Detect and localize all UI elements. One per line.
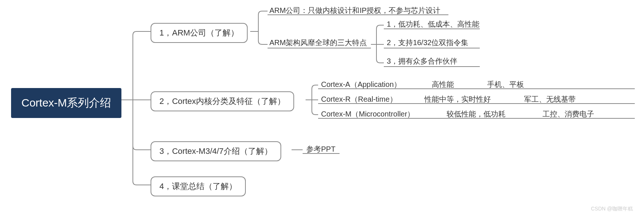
leaf-feature-1: 1，低功耗、低成本、高性能 (387, 19, 479, 29)
leaf-feature-2: 2，支持16/32位双指令集 (387, 38, 468, 48)
cortex-r-use: 军工、无线基带 (524, 94, 576, 104)
cortex-a-perf: 高性能 (432, 80, 454, 90)
branch-arm-company: 1，ARM公司（了解） (151, 23, 248, 43)
leaf-arm-desc: ARM公司：只做内核设计和IP授权，不参与芯片设计 (269, 6, 440, 16)
branch-m347-label: 3，Cortex-M3/4/7介绍（了解） (159, 146, 272, 156)
leaf-arm-features: ARM架构风靡全球的三大特点 (269, 38, 367, 48)
cortex-r-perf: 性能中等，实时性好 (424, 94, 491, 104)
root-node: Cortex-M系列介绍 (11, 88, 121, 118)
branch-cortex-label: 2，Cortex内核分类及特征（了解） (159, 97, 285, 106)
watermark: CSDN @咖喱年糕 (591, 206, 633, 212)
cortex-a-use: 手机、平板 (487, 80, 524, 90)
leaf-feature-3: 3，拥有众多合作伙伴 (387, 56, 457, 66)
cortex-m-perf: 较低性能，低功耗 (447, 109, 506, 119)
branch-cortex-classify: 2，Cortex内核分类及特征（了解） (151, 91, 294, 111)
cortex-r-name: Cortex-R（Real-time） (321, 94, 397, 104)
leaf-ppt: 参考PPT (306, 144, 335, 154)
root-title: Cortex-M系列介绍 (21, 97, 111, 109)
cortex-a-name: Cortex-A（Application） (321, 80, 401, 90)
branch-cortex-m347: 3，Cortex-M3/4/7介绍（了解） (151, 141, 281, 161)
cortex-m-use: 工控、消费电子 (543, 109, 594, 119)
branch-summary-label: 4，课堂总结（了解） (159, 182, 237, 191)
branch-arm-label: 1，ARM公司（了解） (159, 28, 239, 37)
cortex-m-name: Cortex-M（Microcontroller） (321, 109, 414, 119)
branch-summary: 4，课堂总结（了解） (151, 176, 246, 196)
